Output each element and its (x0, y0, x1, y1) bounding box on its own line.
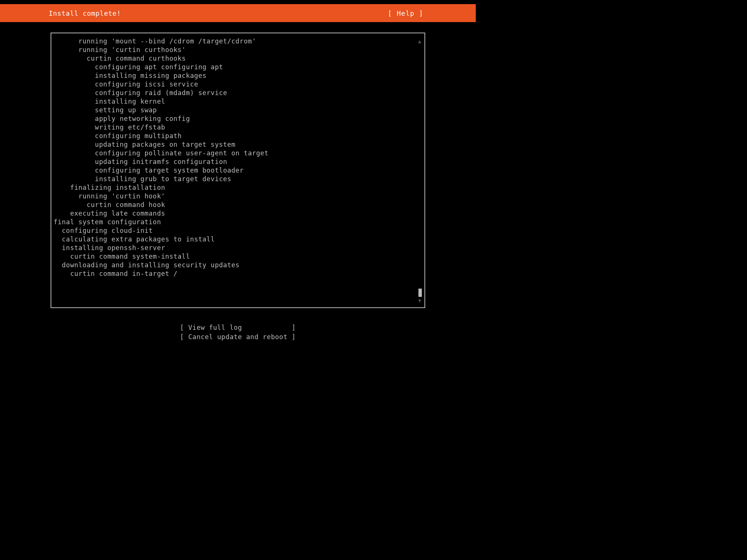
log-line: installing openssh-server (53, 244, 424, 252)
log-line: writing etc/fstab (53, 123, 424, 132)
header-bar: Install complete! [ Help ] (0, 4, 476, 22)
log-line: final system configuration (53, 218, 424, 226)
log-line: downloading and installing security upda… (53, 261, 424, 270)
log-line: running 'curtin curthooks' (53, 46, 424, 54)
log-line: updating packages on target system (53, 140, 424, 149)
log-line: installing missing packages (53, 71, 424, 80)
log-line: running 'mount --bind /cdrom /target/cdr… (53, 37, 424, 46)
log-line: configuring pollinate user-agent on targ… (53, 149, 424, 158)
scrollbar-thumb[interactable] (418, 289, 422, 297)
install-log-box[interactable]: running 'mount --bind /cdrom /target/cdr… (51, 33, 425, 308)
log-line: configuring apt configuring apt (53, 63, 424, 71)
log-line: curtin command curthooks (53, 54, 424, 63)
content-area: running 'mount --bind /cdrom /target/cdr… (0, 22, 476, 342)
scroll-down-arrow-icon[interactable]: ▼ (418, 296, 421, 305)
help-button[interactable]: [ Help ] (388, 9, 423, 17)
log-line: curtin command system-install (53, 252, 424, 261)
log-line: curtin command in-target / (53, 270, 424, 278)
log-line: executing late commands (53, 209, 424, 218)
log-line: running 'curtin hook' (53, 192, 424, 201)
log-line: finalizing installation (53, 183, 424, 192)
log-line: updating initramfs configuration (53, 158, 424, 166)
log-line: apply networking config (53, 115, 424, 123)
log-line: configuring target system bootloader (53, 166, 424, 175)
log-line: configuring multipath (53, 132, 424, 140)
log-line: configuring raid (mdadm) service (53, 89, 424, 97)
log-line: calculating extra packages to install (53, 235, 424, 244)
action-buttons: [ View full log ] [ Cancel update and re… (180, 323, 296, 342)
top-black-bar (0, 0, 476, 4)
view-full-log-button[interactable]: [ View full log ] (180, 323, 296, 332)
log-line: configuring iscsi service (53, 80, 424, 89)
cancel-update-reboot-button[interactable]: [ Cancel update and reboot ] (180, 332, 296, 342)
log-line: installing grub to target devices (53, 175, 424, 183)
page-title: Install complete! (49, 9, 121, 17)
log-line: curtin command hook (53, 201, 424, 209)
log-lines-container: running 'mount --bind /cdrom /target/cdr… (53, 37, 424, 278)
log-line: installing kernel (53, 97, 424, 106)
log-line: setting up swap (53, 106, 424, 115)
scroll-up-arrow-icon[interactable]: ▲ (418, 37, 421, 46)
log-line: configuring cloud-init (53, 226, 424, 235)
